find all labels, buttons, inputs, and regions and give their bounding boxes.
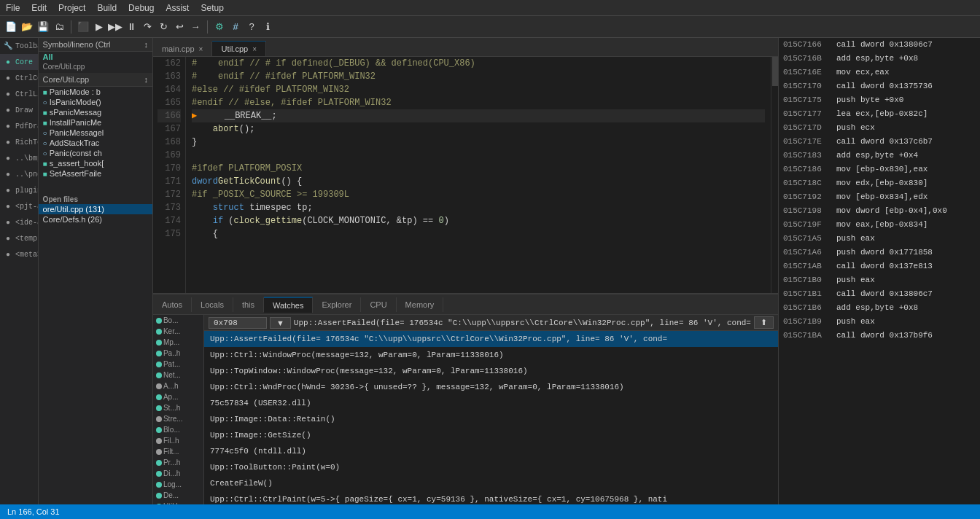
toolbar-help-btn[interactable]: ? <box>244 19 260 35</box>
tree-item-2[interactable]: ■ sPanicMessag <box>39 107 152 117</box>
toolbar-info-btn[interactable]: ℹ <box>260 19 276 35</box>
cs-item-7[interactable]: 7774c5f0 (ntdll.dll) <box>204 443 778 459</box>
toolbar: 📄 📂 💾 🗂 ⬛ ▶ ▶▶ ⏸ ↷ ↻ ↩ → ⚙ # ? ℹ <box>0 16 980 38</box>
symbols-sort-icon[interactable]: ↕ <box>144 75 148 84</box>
open-file-0[interactable]: ore/Util.cpp (131) <box>39 204 152 214</box>
toolbar-stop-btn[interactable]: ⬛ <box>75 19 91 35</box>
bl-item-2[interactable]: Mp... <box>153 337 203 348</box>
bl-item-12[interactable]: Filt... <box>153 446 203 457</box>
tab-explorer[interactable]: Explorer <box>313 297 361 312</box>
toolbar-stepout-btn[interactable]: ↩ <box>171 19 187 35</box>
cs-item-8[interactable]: Upp::ToolButton::Paint(w=0) <box>204 459 778 475</box>
sidebar-tab-ctrllib[interactable]: ● CtrlLib <box>0 86 38 102</box>
toolbar-save-all-btn[interactable]: 🗂 <box>51 19 67 35</box>
tab-main-cpp-close[interactable]: × <box>199 45 203 53</box>
menu-project[interactable]: Project <box>52 1 91 15</box>
bl-item-11[interactable]: Fil..h <box>153 435 203 446</box>
sidebar-tab-png[interactable]: ● ..\png <box>0 166 38 182</box>
bl-item-3[interactable]: Pa..h <box>153 348 203 359</box>
toolbar-new-btn[interactable]: 📄 <box>3 19 19 35</box>
bl-item-15[interactable]: Log... <box>153 479 203 490</box>
sidebar-tab-idea[interactable]: ● <ide-a... <box>0 214 38 230</box>
bl-item-14[interactable]: Di...h <box>153 468 203 479</box>
toolbar-stepover-btn[interactable]: ↻ <box>155 19 171 35</box>
watch-expand-btn[interactable]: ⬆ <box>754 316 774 329</box>
bl-item-8[interactable]: St...h <box>153 402 203 413</box>
toolbar-hash-btn[interactable]: # <box>228 19 244 35</box>
menu-setup[interactable]: Setup <box>195 1 229 15</box>
menu-file[interactable]: File <box>0 1 26 15</box>
bl-item-5[interactable]: Net... <box>153 370 203 381</box>
bl-item-16[interactable]: De... <box>153 490 203 501</box>
menu-assist[interactable]: Assist <box>160 1 195 15</box>
tree-filter-all[interactable]: All <box>39 52 152 62</box>
tab-autos[interactable]: Autos <box>153 297 192 312</box>
bl-item-0[interactable]: Bo... <box>153 315 203 326</box>
bl-item-13[interactable]: Pr...h <box>153 457 203 468</box>
tree-item-7[interactable]: ■ s_assert_hook[ <box>39 158 152 168</box>
tree-item-4[interactable]: ○ PanicMessagel <box>39 128 152 138</box>
tab-cpu[interactable]: CPU <box>361 297 396 312</box>
tab-util-cpp[interactable]: Util.cpp × <box>212 41 266 56</box>
cs-item-9[interactable]: CreateFileW() <box>204 475 778 491</box>
sidebar-tab-ctrlcore[interactable]: ● CtrlCore <box>0 70 38 86</box>
sidebar-tab-temp[interactable]: ● <temp... <box>0 230 38 246</box>
tree-item-3[interactable]: ■ InstallPanicMe <box>39 117 152 128</box>
cs-item-1[interactable]: Upp::Ctrl::WindowProc(message=132, wPara… <box>204 347 778 363</box>
sidebar-tab-meta[interactable]: ● <meta> <box>0 246 38 262</box>
bl-item-10[interactable]: Blo... <box>153 424 203 435</box>
sidebar-tab-draw[interactable]: ● Draw <box>0 102 38 118</box>
tree-item-label-7: s_assert_hook[ <box>50 159 104 168</box>
sidebar-tab-core[interactable]: ● Core <box>0 54 38 70</box>
tree-item-0[interactable]: ■ PanicMode : b <box>39 87 152 97</box>
cs-item-2[interactable]: Upp::TopWindow::WindowProc(message=132, … <box>204 363 778 379</box>
bl-item-6[interactable]: A...h <box>153 381 203 391</box>
menu-edit[interactable]: Edit <box>26 1 52 15</box>
code-content[interactable]: # endif // # if defined(_DEBUG) && defin… <box>186 57 771 293</box>
tab-memory[interactable]: Memory <box>397 297 444 312</box>
watch-go-btn[interactable]: ▼ <box>270 317 291 329</box>
toolbar-run-btn[interactable]: ▶ <box>91 19 107 35</box>
cs-item-5[interactable]: Upp::Image::Data::Retain() <box>204 411 778 427</box>
sidebar-tab-bmp[interactable]: ● ..\bmp <box>0 150 38 166</box>
sidebar-tab-pluginz[interactable]: ● plugin/z <box>0 182 38 198</box>
editor-scrollbar[interactable] <box>771 57 778 293</box>
toolbar-build-btn[interactable]: ⚙ <box>211 19 228 35</box>
bl-item-4[interactable]: Pat... <box>153 359 203 370</box>
toolbar-save-btn[interactable]: 💾 <box>35 19 51 35</box>
cs-item-4[interactable]: 75c57834 (USER32.dll) <box>204 395 778 411</box>
toolbar-next-btn[interactable]: → <box>187 19 203 35</box>
tree-item-5[interactable]: ○ AddStackTrac <box>39 138 152 148</box>
toolbar-step-btn[interactable]: ↷ <box>139 19 155 35</box>
toolbar-run2-btn[interactable]: ▶▶ <box>107 19 123 35</box>
scrollbar-thumb[interactable] <box>772 57 778 86</box>
bl-item-1[interactable]: Ker... <box>153 326 203 337</box>
cs-item-6[interactable]: Upp::Image::GetSize() <box>204 427 778 443</box>
tab-main-cpp[interactable]: main.cpp × <box>153 42 212 56</box>
bl-item-9[interactable]: Stre... <box>153 413 203 424</box>
toolbar-open-btn[interactable]: 📂 <box>19 19 35 35</box>
tree-item-8[interactable]: ■ SetAssertFaile <box>39 168 152 179</box>
open-file-1[interactable]: Core/Defs.h (26) <box>39 214 152 225</box>
sidebar-tab-toolbar[interactable]: 🔧 Toolba... <box>0 38 38 54</box>
bl-item-7[interactable]: Ap... <box>153 391 203 402</box>
tree-item-6[interactable]: ○ Panic(const ch <box>39 148 152 158</box>
sidebar-tab-richtext[interactable]: ● RichText <box>0 134 38 150</box>
tab-watches[interactable]: Watches <box>264 297 313 313</box>
toolbar-pause-btn[interactable]: ⏸ <box>123 19 139 35</box>
tree-sort-icon[interactable]: ↕ <box>144 40 148 49</box>
watch-address-input[interactable] <box>209 317 267 329</box>
tree-item-1[interactable]: ○ IsPanicMode() <box>39 97 152 107</box>
sidebar-tab-pdfdraw[interactable]: ● PdfDraw <box>0 118 38 134</box>
cs-item-3[interactable]: Upp::Ctrl::WndProc(hWnd= 30236->{ unused… <box>204 379 778 395</box>
tab-locals[interactable]: Locals <box>192 297 233 312</box>
line-num-163: 163 <box>158 70 181 83</box>
tab-util-cpp-close[interactable]: × <box>252 45 257 53</box>
menu-build[interactable]: Build <box>91 1 122 15</box>
sep-2 <box>207 20 208 34</box>
menu-debug[interactable]: Debug <box>122 1 160 15</box>
tree-current-file[interactable]: Core/Util.cpp <box>39 62 152 71</box>
tab-this[interactable]: this <box>233 297 264 312</box>
cs-item-0[interactable]: Upp::AssertFailed(file= 176534c "C:\\upp… <box>204 331 778 347</box>
sidebar-tab-pjta[interactable]: ● <pjt-a... <box>0 198 38 214</box>
